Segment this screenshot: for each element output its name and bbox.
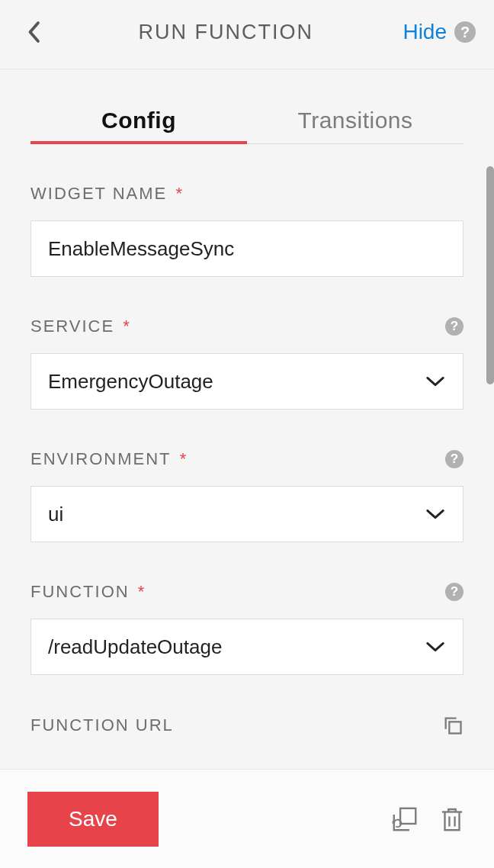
panel-content: Config Transitions WIDGET NAME * SERVICE… [0,69,494,759]
field-function-url: FUNCTION URL [30,715,464,736]
scrollbar-thumb[interactable] [486,166,494,384]
service-value: EmergencyOutage [48,370,213,394]
copy-icon [442,715,464,736]
chevron-left-icon [27,21,40,43]
help-icon[interactable]: ? [445,450,464,468]
required-marker: * [132,582,146,601]
required-marker: * [117,317,131,336]
field-environment: ENVIRONMENT * ? ui [30,449,464,542]
environment-value: ui [48,503,63,526]
delete-button[interactable] [438,805,467,834]
svg-rect-0 [449,722,460,733]
duplicate-button[interactable] [390,805,419,834]
header-title: RUN FUNCTION [49,21,403,44]
field-function: FUNCTION * ? /readUpdateOutage [30,582,464,675]
widget-name-label: WIDGET NAME * [30,184,184,204]
function-label: FUNCTION * [30,582,146,602]
copy-button[interactable] [442,715,464,736]
widget-name-input[interactable] [30,220,464,277]
function-url-label: FUNCTION URL [30,715,174,735]
help-icon[interactable]: ? [445,583,464,601]
chevron-down-icon [425,641,446,653]
header-actions: Hide ? [403,20,476,44]
panel-footer: Save [0,769,494,868]
required-marker: * [169,184,184,203]
duplicate-icon [390,805,419,834]
environment-label: ENVIRONMENT * [30,449,188,469]
help-icon[interactable]: ? [454,21,476,43]
chevron-down-icon [425,375,446,387]
tab-transitions[interactable]: Transitions [247,100,464,143]
hide-link[interactable]: Hide [403,20,447,44]
trash-icon [438,805,467,834]
function-value: /readUpdateOutage [48,635,222,659]
environment-select[interactable]: ui [30,486,464,542]
save-button[interactable]: Save [27,792,159,847]
help-icon[interactable]: ? [445,317,464,336]
chevron-down-icon [425,508,446,520]
field-service: SERVICE * ? EmergencyOutage [30,317,464,410]
footer-actions [390,805,467,834]
tab-config[interactable]: Config [30,100,247,144]
svg-rect-1 [400,808,415,823]
field-widget-name: WIDGET NAME * [30,184,464,277]
back-button[interactable] [18,17,49,47]
tabs: Config Transitions [30,100,464,144]
function-select[interactable]: /readUpdateOutage [30,619,464,675]
service-select[interactable]: EmergencyOutage [30,353,464,410]
panel-header: RUN FUNCTION Hide ? [0,0,494,69]
required-marker: * [174,449,188,468]
service-label: SERVICE * [30,317,131,336]
